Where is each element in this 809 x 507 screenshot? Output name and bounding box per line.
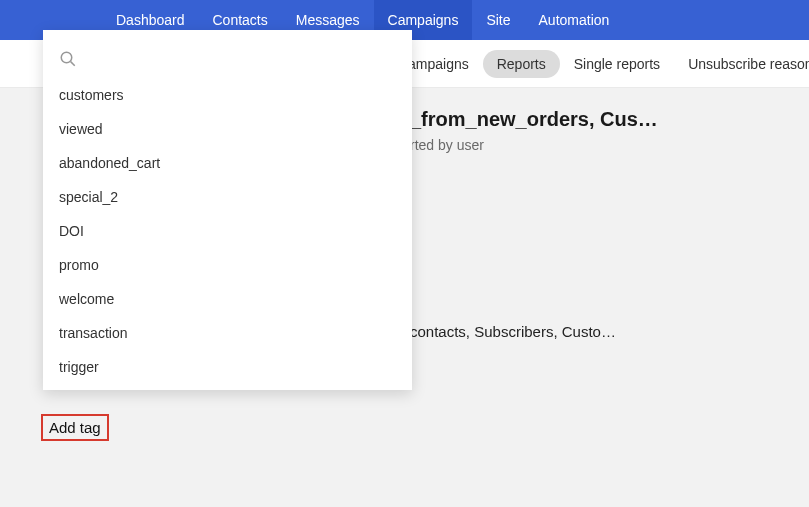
tag-option-customers[interactable]: customers [43, 78, 412, 112]
svg-line-1 [71, 62, 75, 66]
nav-automation[interactable]: Automation [525, 0, 624, 40]
tag-option-viewed[interactable]: viewed [43, 112, 412, 146]
subnav-unsubscribe-reasons[interactable]: Unsubscribe reasons [674, 50, 809, 78]
nav-site[interactable]: Site [472, 0, 524, 40]
tag-option-promo[interactable]: promo [43, 248, 412, 282]
tag-option-welcome[interactable]: welcome [43, 282, 412, 316]
tag-option-abandoned-cart[interactable]: abandoned_cart [43, 146, 412, 180]
tag-dropdown-panel: customers viewed abandoned_cart special_… [43, 30, 412, 390]
tag-option-trigger[interactable]: trigger [43, 350, 412, 384]
page-title: _from_new_orders, Cus… [410, 108, 800, 131]
subnav-reports[interactable]: Reports [483, 50, 560, 78]
subnav-single-reports[interactable]: Single reports [560, 50, 674, 78]
secondary-summary-line: contacts, Subscribers, Custo… [410, 323, 800, 340]
add-tag-button[interactable]: Add tag [41, 414, 109, 441]
tag-search-row[interactable] [43, 46, 412, 78]
tag-option-special-2[interactable]: special_2 [43, 180, 412, 214]
tag-option-transaction[interactable]: transaction [43, 316, 412, 350]
svg-point-0 [61, 52, 72, 63]
page-subtitle: rted by user [410, 137, 789, 153]
search-icon [59, 50, 77, 68]
tag-option-doi[interactable]: DOI [43, 214, 412, 248]
tag-dropdown-list: customers viewed abandoned_cart special_… [43, 78, 412, 384]
